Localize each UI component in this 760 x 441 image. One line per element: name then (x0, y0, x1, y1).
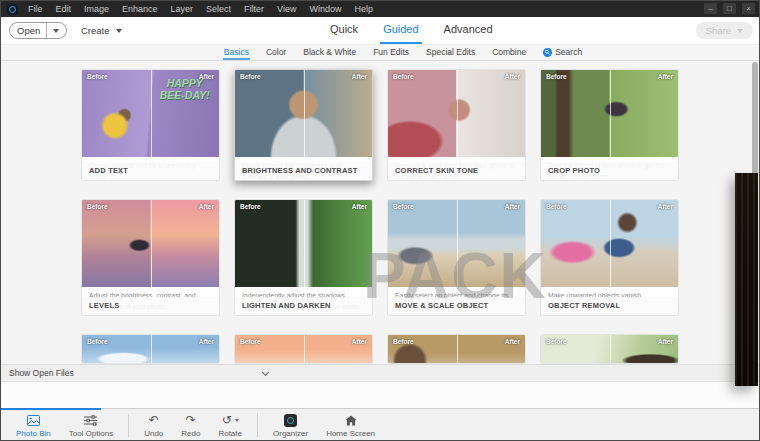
before-label: Before (393, 73, 414, 80)
after-label: After (505, 203, 520, 210)
surfer-sunset-photo: Before After (82, 200, 219, 287)
app-window: FileEditImageEnhanceLayerSelectFilterVie… (0, 0, 760, 441)
subtab-black-white[interactable]: Black & White (302, 45, 357, 60)
guided-edit-card-correct-skin-tone[interactable]: Before After CORRECT SKIN TONE Remove a … (387, 69, 526, 181)
action-bar: Open Create QuickGuidedAdvanced Share (1, 17, 759, 44)
photo-text: HAPPY BEE-DAY! (151, 78, 220, 101)
after-label: After (199, 73, 214, 80)
after-label: After (658, 203, 673, 210)
subtab-color[interactable]: Color (265, 45, 287, 60)
menu-item-help[interactable]: Help (354, 1, 373, 17)
menu-item-filter[interactable]: Filter (244, 1, 264, 17)
after-label: After (505, 73, 520, 80)
after-label: After (352, 73, 367, 80)
menu-item-view[interactable]: View (277, 1, 296, 17)
guided-edit-card-blossom-photo[interactable]: Before After (540, 334, 679, 364)
tool-options-icon (84, 414, 97, 427)
open-caret-icon[interactable] (53, 29, 59, 33)
subtab-basics[interactable]: Basics (223, 45, 250, 60)
before-label: Before (393, 203, 414, 210)
tab-guided[interactable]: Guided (382, 17, 419, 44)
menu-item-edit[interactable]: Edit (56, 1, 72, 17)
guided-edit-card-meadow-portrait-photo[interactable]: Before After (387, 334, 526, 364)
show-open-files-bar[interactable]: Show Open Files (1, 364, 759, 382)
photo-bin-empty-area (1, 382, 759, 408)
before-label: Before (240, 203, 261, 210)
after-label: After (199, 203, 214, 210)
minimize-button[interactable]: – (704, 3, 717, 14)
after-label: After (658, 73, 673, 80)
after-label: After (199, 338, 214, 345)
subtab-special-edits[interactable]: Special Edits (425, 45, 476, 60)
tab-quick[interactable]: Quick (329, 17, 359, 44)
redo-icon: ↷ (186, 414, 196, 427)
guided-edit-card-crop-photo[interactable]: Before After CROP PHOTO Trim the edges o… (540, 69, 679, 181)
guided-edit-card-lighten-and-darken[interactable]: Before After LIGHTEN AND DARKEN Independ… (234, 199, 373, 316)
menu-item-image[interactable]: Image (84, 1, 109, 17)
bee-flower-photo: Before After HAPPY BEE-DAY! (82, 70, 219, 157)
after-label: After (352, 203, 367, 210)
subtab-combine[interactable]: Combine (491, 45, 527, 60)
guided-edit-card-move-scale-object[interactable]: Before After MOVE & SCALE OBJECT Easily … (387, 199, 526, 316)
after-label: After (658, 338, 673, 345)
before-label: Before (546, 338, 567, 345)
guided-edit-card-clouds-photo[interactable]: Before After (81, 334, 220, 364)
menu-item-window[interactable]: Window (309, 1, 341, 17)
taskbar-item-undo[interactable]: ↶Undo (135, 409, 172, 441)
taskbar-active-indicator (1, 408, 101, 410)
close-button[interactable]: × (742, 3, 755, 14)
organizer-icon (284, 414, 297, 427)
taskbar-item-tool-options[interactable]: Tool Options (60, 409, 122, 441)
guided-edit-card-add-text[interactable]: Before After HAPPY BEE-DAY! ADD TEXT Cre… (81, 69, 220, 181)
tab-advanced[interactable]: Advanced (443, 17, 494, 44)
window-controls: –□× (704, 3, 755, 14)
guided-edit-card-levels[interactable]: Before After LEVELS Adjust the brightnes… (81, 199, 220, 316)
clouds-photo: Before After (82, 335, 219, 364)
before-label: Before (546, 73, 567, 80)
before-label: Before (546, 203, 567, 210)
menu-item-layer[interactable]: Layer (171, 1, 194, 17)
maximize-button[interactable]: □ (723, 3, 736, 14)
card-title: OBJECT REMOVAL (541, 297, 678, 315)
create-caret-icon (116, 29, 122, 33)
guided-edit-card-object-removal[interactable]: Before After OBJECT REMOVAL Make unwante… (540, 199, 679, 316)
before-label: Before (87, 338, 108, 345)
card-row-1: Before After HAPPY BEE-DAY! ADD TEXT Cre… (81, 69, 759, 181)
share-button[interactable]: Share (696, 22, 753, 39)
taskbar-separator (257, 414, 258, 437)
guided-edit-card-brightness-and-contrast[interactable]: Before After BRIGHTNESS AND CONTRAST Eas… (234, 69, 373, 181)
card-title: MOVE & SCALE OBJECT (388, 297, 525, 315)
subtab-fun-edits[interactable]: Fun Edits (372, 45, 410, 60)
guided-edit-card-sunset-sky-photo[interactable]: Before After (234, 334, 373, 364)
card-title: LEVELS (82, 297, 219, 315)
guided-edits-panel: Before After HAPPY BEE-DAY! ADD TEXT Cre… (1, 61, 759, 364)
meadow-portrait-photo: Before After (388, 335, 525, 364)
chevron-down-icon[interactable] (262, 369, 269, 376)
menu-item-select[interactable]: Select (206, 1, 231, 17)
menu-item-enhance[interactable]: Enhance (122, 1, 158, 17)
man-portrait-photo: Before After (235, 70, 372, 157)
taskbar-item-photo-bin[interactable]: Photo Bin (7, 409, 60, 441)
waterfall-photo: Before After (235, 200, 372, 287)
taskbar-item-redo[interactable]: ↷Redo (172, 409, 209, 441)
open-button[interactable]: Open (9, 22, 67, 39)
card-title: CORRECT SKIN TONE (388, 162, 525, 180)
rotate-icon: ↺ (222, 414, 239, 427)
after-label: After (352, 338, 367, 345)
menu-item-file[interactable]: File (28, 1, 43, 17)
share-caret-icon (737, 29, 743, 33)
rotate-caret-icon[interactable] (235, 419, 239, 422)
share-button-label: Share (706, 25, 731, 36)
beach-family-photo: Before After (388, 200, 525, 287)
taskbar-item-home-screen[interactable]: Home Screen (317, 409, 384, 441)
card-title: LIGHTEN AND DARKEN (235, 297, 372, 315)
after-label: After (505, 338, 520, 345)
couple-piggyback-photo: Before After (541, 200, 678, 287)
guided-category-tabs: BasicsColorBlack & WhiteFun EditsSpecial… (1, 44, 759, 61)
taskbar-item-rotate[interactable]: ↺Rotate (209, 409, 251, 441)
before-label: Before (87, 73, 108, 80)
open-button-label: Open (17, 25, 40, 36)
create-button[interactable]: Create (81, 22, 122, 39)
taskbar-item-organizer[interactable]: Organizer (264, 409, 317, 441)
subtab-search[interactable]: Search (542, 45, 583, 60)
